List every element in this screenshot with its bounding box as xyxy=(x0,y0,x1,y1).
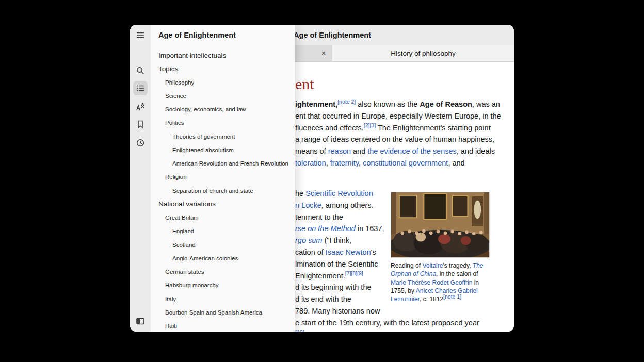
translate-icon xyxy=(136,102,145,111)
toc-item[interactable]: Bourbon Spain and Spanish America xyxy=(151,306,295,319)
text-run: d its end with the xyxy=(295,295,351,303)
salon-painting-image[interactable] xyxy=(391,192,490,258)
article-line: fluences and effects.[2][3] The Enlighte… xyxy=(295,122,501,134)
toc-list: Important intellectualsTopicsPhilosophyS… xyxy=(151,48,295,332)
text-link[interactable]: [7][8][9] xyxy=(345,270,363,276)
main-menu-button[interactable] xyxy=(133,28,148,42)
text-link[interactable]: [note 2] xyxy=(337,98,356,105)
sidebar xyxy=(130,25,151,332)
article-title: ent xyxy=(295,75,314,93)
text-link[interactable]: rse on the Method xyxy=(295,224,356,233)
text-run: , xyxy=(359,159,363,167)
text-run: Reading of xyxy=(391,262,422,269)
toc-item[interactable]: American Revolution and French Revolutio… xyxy=(151,157,295,170)
window-title: Age of Enlightenment xyxy=(294,31,371,39)
text-link[interactable]: n Locke xyxy=(295,201,321,209)
toc-item[interactable]: Science xyxy=(151,89,295,103)
text-run: 789. Many historians now xyxy=(295,307,380,315)
text-run: cation of xyxy=(295,248,326,256)
language-button[interactable] xyxy=(133,100,148,114)
text-run: e start of the 19th century, with the la… xyxy=(295,319,479,327)
toc-item[interactable]: Separation of church and state xyxy=(151,184,295,198)
toc-item[interactable]: Habsburg monarchy xyxy=(151,278,295,292)
toc-item[interactable]: Politics xyxy=(151,116,295,129)
toc-button[interactable] xyxy=(133,81,148,95)
article-figure: Reading of Voltaire's tragedy, The Orpha… xyxy=(391,192,490,303)
toc-item[interactable]: Great Britain xyxy=(151,211,295,224)
text-run: fluences and effects. xyxy=(295,124,364,132)
text-run: , and ideals xyxy=(457,147,495,155)
text-link[interactable]: fraternity xyxy=(330,159,359,167)
article-line: toleration, fraternity, constitutional g… xyxy=(295,157,501,169)
text-link[interactable]: toleration xyxy=(295,159,326,167)
text-run: he xyxy=(295,189,305,198)
text-run: , xyxy=(326,159,330,167)
text-link[interactable]: [note 1] xyxy=(443,293,461,300)
article-line: means of reason and the evidence of the … xyxy=(295,145,501,157)
toc-item[interactable]: Topics xyxy=(151,62,295,75)
text-run: , in the salon of xyxy=(436,270,478,277)
text-run: d its beginning with the xyxy=(295,283,372,291)
text-run: 's xyxy=(371,248,376,256)
text-run: also known as the xyxy=(356,100,420,108)
article-line: ent that occurred in Europe, especially … xyxy=(295,110,501,122)
text-run: Age of Reason xyxy=(420,100,472,108)
article-line: e start of the 19th century, with the la… xyxy=(295,317,479,329)
article-line: 789. Many historians now xyxy=(295,305,479,317)
tab-label: History of philosophy xyxy=(391,50,455,57)
text-run: and xyxy=(351,147,367,155)
toc-title: Age of Enlightenment xyxy=(158,25,236,45)
text-link[interactable]: reason xyxy=(328,147,351,155)
article-line: [10] xyxy=(295,329,479,332)
bookmarks-button[interactable] xyxy=(133,117,148,131)
toc-item[interactable]: National variations xyxy=(151,198,295,211)
toc-item[interactable]: Italy xyxy=(151,292,295,306)
article-line: a range of ideas centered on the value o… xyxy=(295,134,501,145)
toc-item[interactable]: Scotland xyxy=(151,238,295,252)
text-run: , among others. xyxy=(321,201,374,209)
text-run: tenment to the xyxy=(295,213,343,221)
text-link[interactable]: [10] xyxy=(295,329,304,332)
bookmark-icon xyxy=(136,120,145,129)
toc-item[interactable]: German states xyxy=(151,265,295,278)
article-line: ightenment,[note 2] also known as the Ag… xyxy=(295,98,501,110)
text-link[interactable]: constitutional government xyxy=(363,159,448,167)
sidebar-toggle-icon xyxy=(136,317,145,325)
text-run: ("I think, xyxy=(322,236,351,244)
tab-history-of-philosophy[interactable]: History of philosophy xyxy=(332,45,514,61)
toc-item[interactable]: Anglo-American colonies xyxy=(151,252,295,265)
figure-caption: Reading of Voltaire's tragedy, The Orpha… xyxy=(391,261,489,303)
article-paragraph: ightenment,[note 2] also known as the Ag… xyxy=(295,98,501,169)
toc-item[interactable]: Theories of government xyxy=(151,130,295,143)
text-link[interactable]: Scientific Revolution xyxy=(305,189,373,198)
toc-panel: Age of Enlightenment Important intellect… xyxy=(151,25,295,332)
text-link[interactable]: Voltaire xyxy=(422,262,443,269)
search-icon xyxy=(136,66,145,75)
text-link[interactable]: Isaac Newton xyxy=(326,248,371,256)
history-button[interactable] xyxy=(133,136,148,150)
toc-icon xyxy=(136,84,145,93)
search-button[interactable] xyxy=(133,63,148,78)
text-link[interactable]: rgo sum xyxy=(295,236,322,244)
tab-close-button[interactable]: × xyxy=(318,48,329,58)
text-run: in 1637, xyxy=(356,224,384,233)
text-run: Enlightenment. xyxy=(295,272,345,280)
text-link[interactable]: [2][3] xyxy=(364,122,376,128)
toggle-sidebar-button[interactable] xyxy=(133,314,148,328)
close-icon: × xyxy=(321,49,326,57)
toc-item[interactable]: Philosophy xyxy=(151,76,295,89)
text-link[interactable]: the evidence of the senses xyxy=(367,147,457,155)
toc-item[interactable]: Religion xyxy=(151,170,295,184)
text-link[interactable]: Marie Thérèse Rodet Geoffrin xyxy=(391,279,472,286)
toc-item[interactable]: Sociology, economics, and law xyxy=(151,103,295,116)
toc-item[interactable]: Haiti xyxy=(151,319,295,332)
toc-item[interactable]: England xyxy=(151,224,295,238)
hamburger-menu-icon xyxy=(136,30,145,40)
text-run: , c. 1812 xyxy=(420,295,443,303)
text-run: ent that occurred in Europe, especially … xyxy=(295,112,501,120)
toc-item[interactable]: Important intellectuals xyxy=(151,48,295,62)
text-run: The Enlightenment's starting point xyxy=(376,124,491,132)
toc-item[interactable]: Enlightened absolutism xyxy=(151,143,295,157)
text-run: 's tragedy, xyxy=(443,262,472,269)
history-icon xyxy=(136,138,145,147)
